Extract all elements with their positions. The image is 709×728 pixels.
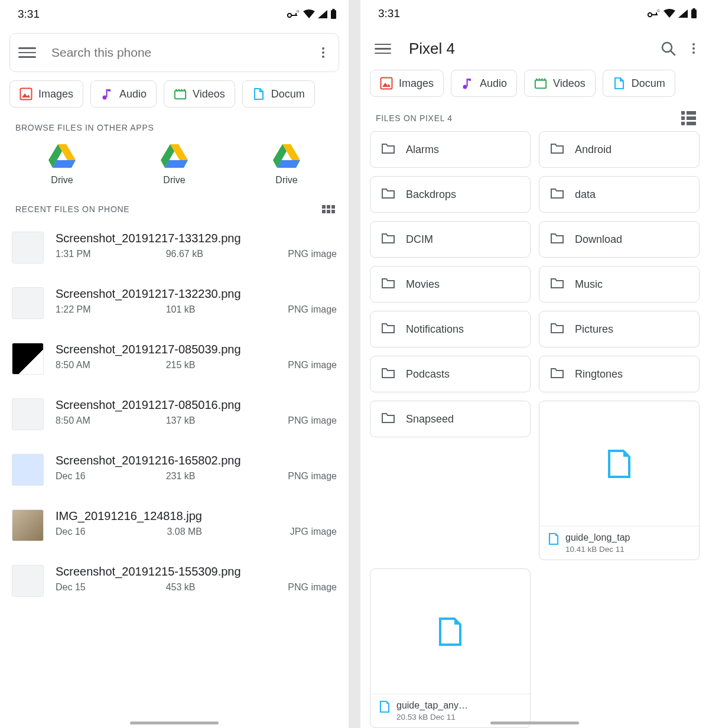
chip-documents[interactable]: Docum: [603, 70, 675, 97]
chip-audio[interactable]: Audio: [90, 80, 157, 108]
folder-item[interactable]: data: [539, 176, 700, 213]
file-card[interactable]: guide_long_tap10.41 kB Dec 11: [539, 401, 700, 560]
file-row[interactable]: Screenshot_20191217-085039.png8:50 AM215…: [9, 331, 339, 386]
clock: 3:31: [378, 7, 400, 20]
file-row[interactable]: Screenshot_20191216-165802.pngDec 16231 …: [9, 442, 339, 498]
svg-text:G: G: [657, 9, 660, 12]
folder-item[interactable]: Alarms: [370, 131, 531, 168]
file-time: 8:50 AM: [56, 360, 115, 370]
file-size: 101 kB: [166, 304, 237, 315]
svg-point-19: [463, 85, 467, 89]
folder-item[interactable]: Ringtones: [539, 356, 700, 392]
folder-icon: [381, 321, 395, 337]
folder-icon: [550, 366, 564, 382]
search-input[interactable]: [51, 46, 316, 60]
section-heading: FILES ON PIXEL 4: [376, 113, 453, 123]
folder-item[interactable]: DCIM: [370, 221, 531, 258]
file-name: Screenshot_20191216-165802.png: [56, 454, 337, 467]
video-icon: [534, 77, 547, 90]
svg-rect-2: [295, 13, 297, 16]
file-time: Dec 15: [56, 582, 115, 593]
app-drive-3[interactable]: Drive: [273, 144, 300, 186]
folder-label: Download: [575, 233, 622, 246]
chip-videos[interactable]: Videos: [524, 70, 596, 97]
chip-audio[interactable]: Audio: [451, 70, 517, 97]
vertical-dots-icon: [316, 47, 330, 58]
file-row[interactable]: IMG_20191216_124818.jpgDec 163.08 MBJPG …: [9, 498, 339, 553]
folder-label: Ringtones: [575, 368, 623, 381]
section-files-on-device: FILES ON PIXEL 4: [360, 103, 709, 131]
svg-point-10: [648, 13, 652, 17]
chip-label: Audio: [119, 88, 147, 100]
folder-icon: [381, 366, 395, 382]
folder-item[interactable]: Music: [539, 266, 700, 303]
folder-item[interactable]: Download: [539, 221, 700, 258]
folder-item[interactable]: Notifications: [370, 311, 531, 347]
file-row[interactable]: Screenshot_20191215-155309.pngDec 15453 …: [9, 553, 339, 609]
list-view-button[interactable]: [681, 111, 696, 125]
folder-icon: [550, 321, 564, 337]
file-row[interactable]: Screenshot_20191217-133129.png1:31 PM96.…: [9, 220, 339, 275]
phone-left: 3:31 G Images Audio Videos Docum: [0, 0, 349, 728]
app-label: Drive: [163, 175, 185, 186]
file-name: guide_long_tap: [565, 532, 630, 543]
more-options-button[interactable]: [692, 43, 695, 54]
file-icon: [548, 532, 560, 548]
file-name: Screenshot_20191217-133129.png: [56, 232, 337, 245]
file-sub: 10.41 kB Dec 11: [565, 545, 630, 554]
file-name: Screenshot_20191215-155309.png: [56, 565, 337, 578]
folder-item[interactable]: Snapseed: [370, 401, 531, 437]
search-icon[interactable]: [661, 41, 676, 56]
chip-videos[interactable]: Videos: [164, 80, 235, 108]
file-size: 231 kB: [166, 471, 237, 482]
folder-item[interactable]: Pictures: [539, 311, 700, 347]
file-thumbnail: [12, 398, 44, 430]
chip-images[interactable]: Images: [9, 80, 83, 108]
folder-item[interactable]: Backdrops: [370, 176, 531, 213]
svg-rect-14: [691, 9, 697, 18]
folder-icon: [381, 277, 395, 292]
file-time: 1:22 PM: [56, 304, 115, 315]
grid-view-button[interactable]: [321, 204, 336, 214]
folder-item[interactable]: Podcasts: [370, 356, 531, 392]
file-thumbnail: [12, 343, 44, 375]
home-indicator[interactable]: [490, 722, 579, 724]
more-options-button[interactable]: [316, 47, 330, 58]
svg-rect-20: [467, 79, 468, 86]
file-thumbnail: [12, 565, 44, 597]
file-sub: 20.53 kB Dec 11: [396, 713, 468, 722]
folder-label: DCIM: [406, 233, 433, 246]
drive-icon: [273, 144, 300, 168]
filter-chips: Images Audio Videos Docum: [0, 79, 349, 115]
chip-documents[interactable]: Docum: [242, 80, 315, 108]
hamburger-icon[interactable]: [375, 41, 391, 56]
file-kind: PNG image: [288, 360, 337, 370]
search-bar[interactable]: [9, 33, 339, 72]
folder-label: Movies: [406, 278, 440, 291]
folder-item[interactable]: Android: [539, 131, 700, 168]
other-apps-row: Drive Drive Drive: [0, 138, 349, 196]
status-icons: G: [287, 9, 337, 20]
file-kind: PNG image: [288, 415, 337, 426]
recent-files-list: Screenshot_20191217-133129.png1:31 PM96.…: [0, 220, 349, 609]
file-time: 8:50 AM: [56, 415, 115, 426]
file-row[interactable]: Screenshot_20191217-132230.png1:22 PM101…: [9, 275, 339, 331]
app-drive-2[interactable]: Drive: [161, 144, 188, 186]
chip-label: Audio: [480, 77, 507, 90]
drive-icon: [48, 144, 76, 168]
chip-images[interactable]: Images: [370, 70, 444, 97]
folder-icon: [381, 142, 395, 158]
svg-rect-12: [656, 12, 657, 15]
hamburger-icon[interactable]: [18, 44, 36, 61]
folders-grid: AlarmsAndroidBackdropsdataDCIMDownloadMo…: [360, 131, 709, 728]
file-row[interactable]: Screenshot_20191217-085016.png8:50 AM137…: [9, 386, 339, 442]
audio-icon: [461, 77, 474, 90]
file-card[interactable]: guide_tap_any…20.53 kB Dec 11: [370, 568, 531, 728]
svg-rect-6: [21, 89, 32, 100]
folder-item[interactable]: Movies: [370, 266, 531, 303]
app-drive-1[interactable]: Drive: [48, 144, 76, 186]
app-label: Drive: [275, 175, 297, 186]
home-indicator[interactable]: [130, 722, 219, 724]
folder-icon: [381, 232, 395, 248]
chip-label: Images: [38, 88, 73, 100]
